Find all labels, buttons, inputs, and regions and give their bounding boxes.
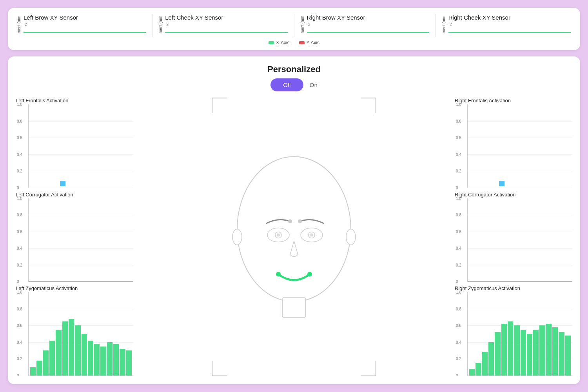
y-tick: 1.0 bbox=[456, 196, 461, 200]
sensor-y-label: ment (mm bbox=[301, 16, 305, 33]
sensor-axis-val: -2 bbox=[165, 22, 287, 27]
toggle-off-button[interactable]: Off bbox=[270, 78, 303, 91]
right-frontalis-inner: 1.00.80.60.40.20 bbox=[467, 104, 572, 188]
bar bbox=[539, 325, 545, 376]
svg-point-4 bbox=[277, 234, 280, 237]
y-tick: 0.6 bbox=[456, 229, 461, 234]
sensor-title: Left Cheek XY Sensor bbox=[165, 14, 287, 21]
sensor-chart-area: Left Cheek XY Sensor -2 bbox=[165, 14, 287, 37]
activation-marker bbox=[499, 181, 505, 186]
y-tick: 0 bbox=[456, 279, 458, 284]
bar bbox=[107, 342, 113, 376]
y-tick: 0.6 bbox=[456, 136, 461, 140]
y-axis-color bbox=[299, 41, 305, 44]
y-tick: 0.2 bbox=[17, 263, 22, 267]
right-zygomaticus-title: Right Zygomaticus Activation bbox=[455, 285, 572, 291]
sensor-axis-val: -2 bbox=[307, 22, 429, 27]
bar-group bbox=[30, 292, 132, 376]
y-tick: 0.6 bbox=[17, 136, 22, 140]
grid-line bbox=[468, 171, 572, 171]
right-zygomaticus: Right Zygomaticus Activation1.00.80.60.4… bbox=[455, 285, 572, 376]
svg-point-10 bbox=[276, 272, 281, 277]
y-tick: 0.8 bbox=[17, 307, 22, 311]
sensor-chart-area: Right Brow XY Sensor -2 bbox=[307, 14, 429, 37]
grid-line bbox=[468, 138, 572, 138]
sensor-item-1: ment (mm Left Cheek XY Sensor -2 bbox=[159, 14, 287, 37]
bar bbox=[521, 330, 526, 376]
left-zygomaticus: Left Zygomaticus Activation1.00.80.60.40… bbox=[16, 285, 133, 376]
grid-line bbox=[468, 265, 572, 265]
left-corrugator-title: Left Corrugator Activation bbox=[16, 192, 133, 198]
bar bbox=[533, 330, 539, 376]
sensor-line-area bbox=[24, 27, 146, 37]
right-frontalis-title: Right Frontalis Activation bbox=[455, 98, 572, 103]
x-axis-label: X-Axis bbox=[276, 40, 290, 45]
grid-line bbox=[468, 232, 572, 232]
main-panel: Personalized Off On Left Frontalis Activ… bbox=[8, 56, 580, 384]
y-tick: 0.2 bbox=[17, 169, 22, 173]
sensor-title: Right Brow XY Sensor bbox=[307, 14, 429, 21]
left-corrugator-inner: 1.00.80.60.40.20 bbox=[28, 198, 133, 282]
left-zygomaticus-inner: 1.00.80.60.40.20 bbox=[28, 292, 133, 376]
bar bbox=[559, 332, 564, 376]
bar bbox=[552, 327, 558, 376]
grid-line bbox=[29, 154, 133, 155]
bar bbox=[94, 344, 100, 376]
y-tick: 0 bbox=[456, 374, 458, 376]
left-corrugator: Left Corrugator Activation1.00.80.60.40.… bbox=[16, 192, 133, 283]
bar bbox=[56, 330, 61, 376]
svg-rect-1 bbox=[282, 298, 306, 318]
svg-point-11 bbox=[307, 272, 312, 277]
top-sensor-panel: ment (mm Left Brow XY Sensor -2 ment (mm… bbox=[8, 8, 580, 50]
grid-line bbox=[29, 121, 133, 122]
y-tick: 0.8 bbox=[456, 307, 461, 311]
bar-group bbox=[469, 292, 571, 376]
y-tick: 0.8 bbox=[17, 213, 22, 217]
sensor-y-label: ment (mm bbox=[159, 16, 163, 33]
y-tick: 0.2 bbox=[17, 357, 22, 361]
sensor-title: Right Cheek XY Sensor bbox=[448, 14, 571, 21]
sensor-title: Left Brow XY Sensor bbox=[24, 14, 146, 21]
corner-tl bbox=[212, 98, 227, 113]
bar bbox=[62, 321, 68, 376]
y-tick: 1.0 bbox=[17, 290, 22, 294]
x-axis-legend: X-Axis bbox=[269, 40, 290, 45]
y-tick: 1.0 bbox=[456, 290, 461, 294]
face-frame bbox=[212, 98, 376, 376]
grid-line bbox=[29, 215, 133, 215]
right-charts-col: Right Frontalis Activation1.00.80.60.40.… bbox=[455, 98, 572, 376]
y-tick: 0.4 bbox=[456, 246, 461, 250]
sensor-divider bbox=[152, 14, 152, 37]
legend-row: X-Axis Y-Axis bbox=[17, 40, 571, 45]
activation-marker bbox=[60, 181, 65, 186]
bar bbox=[565, 336, 571, 376]
bar bbox=[30, 367, 36, 376]
y-tick: 0.4 bbox=[456, 152, 461, 156]
sensor-item-0: ment (mm Left Brow XY Sensor -2 bbox=[17, 14, 146, 37]
y-axis-legend: Y-Axis bbox=[299, 40, 320, 45]
bar bbox=[82, 334, 87, 376]
sensor-line bbox=[307, 32, 429, 33]
toggle-row: Off On bbox=[16, 78, 572, 91]
right-corrugator-title: Right Corrugator Activation bbox=[455, 192, 572, 198]
left-zygomaticus-title: Left Zygomaticus Activation bbox=[16, 285, 133, 291]
right-zygomaticus-inner: 1.00.80.60.40.20 bbox=[467, 292, 572, 376]
bar bbox=[488, 342, 494, 376]
bar bbox=[75, 325, 80, 376]
bar bbox=[508, 321, 513, 376]
bar bbox=[49, 341, 55, 376]
y-tick: 1.0 bbox=[456, 102, 461, 107]
content-area: Left Frontalis Activation1.00.80.60.40.2… bbox=[16, 98, 572, 376]
sensor-y-label: ment (mm bbox=[17, 16, 21, 33]
bar bbox=[88, 341, 93, 376]
y-tick: 0.4 bbox=[17, 246, 22, 250]
grid-line bbox=[29, 171, 133, 171]
grid-line bbox=[29, 265, 133, 265]
bar bbox=[546, 324, 552, 376]
y-tick: 0.6 bbox=[456, 323, 461, 328]
y-tick: 0.6 bbox=[17, 229, 22, 234]
left-frontalis: Left Frontalis Activation1.00.80.60.40.2… bbox=[16, 98, 133, 189]
sensor-line bbox=[24, 32, 146, 33]
sensor-row: ment (mm Left Brow XY Sensor -2 ment (mm… bbox=[17, 14, 571, 37]
y-tick: 0.2 bbox=[456, 357, 461, 361]
